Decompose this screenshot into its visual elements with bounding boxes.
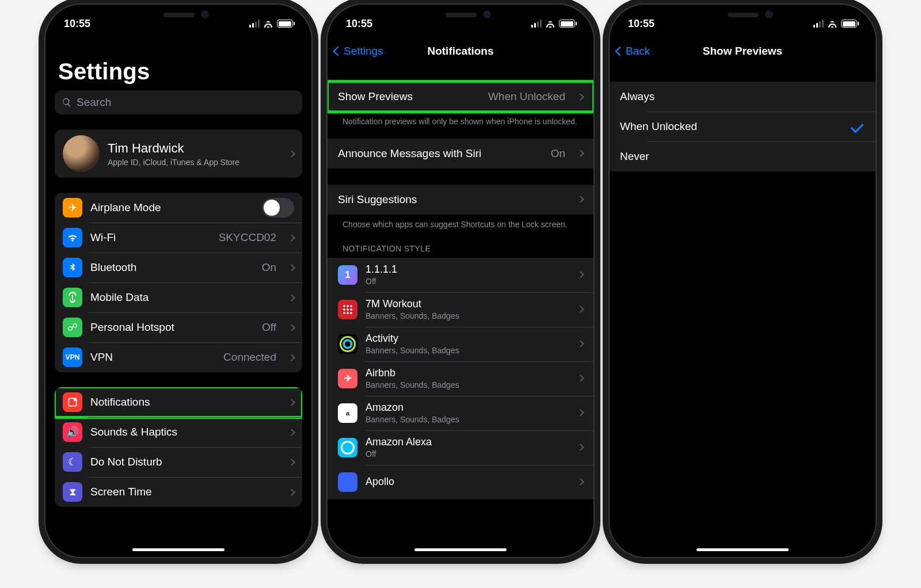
settings-row-wifi[interactable]: Wi-FiSKYCCD02 <box>55 223 302 253</box>
chevron-right-icon <box>577 150 584 158</box>
settings-row-notif[interactable]: Notifications <box>55 387 302 417</box>
chevron-right-icon <box>288 354 295 361</box>
row-label: Show Previews <box>338 90 480 103</box>
app-row[interactable]: Amazon AlexaOff <box>328 430 593 465</box>
chevron-right-icon <box>577 271 584 278</box>
preview-option[interactable]: When Unlocked <box>610 112 876 142</box>
home-indicator[interactable] <box>414 548 507 551</box>
app-name: 7M Workout <box>366 298 565 310</box>
settings-row-vpn[interactable]: VPNVPNConnected <box>55 342 302 372</box>
hotspot-icon: ☍ <box>63 318 82 337</box>
sound-icon: 🔊 <box>63 422 82 442</box>
svg-point-1 <box>74 398 77 401</box>
wifi-icon <box>545 20 555 28</box>
row-label: Airplane Mode <box>90 201 254 214</box>
app-detail: Banners, Sounds, Badges <box>366 380 565 390</box>
row-label: Notifications <box>90 396 276 408</box>
chevron-right-icon <box>577 375 584 382</box>
nav-bar: Settings Notifications <box>328 37 593 66</box>
wifi-icon <box>63 228 82 247</box>
back-label: Settings <box>344 45 383 58</box>
signal-icon <box>813 20 824 28</box>
previews-note: Notification previews will only be shown… <box>334 112 587 127</box>
row-value: On <box>262 261 276 274</box>
row-label: Bluetooth <box>90 261 254 274</box>
app-detail: Banners, Sounds, Badges <box>366 311 565 320</box>
chevron-left-icon <box>615 47 625 56</box>
airplane-icon: ✈︎ <box>63 198 82 217</box>
app-row[interactable]: ActivityBanners, Sounds, Badges <box>328 327 593 361</box>
home-indicator[interactable] <box>132 548 224 551</box>
settings-row-hotspot[interactable]: ☍Personal HotspotOff <box>55 312 302 342</box>
app-name: Amazon <box>366 402 565 414</box>
app-row[interactable]: 7M WorkoutBanners, Sounds, Badges <box>328 292 593 327</box>
announce-siri-row[interactable]: Announce Messages with Siri On <box>328 139 593 169</box>
app-name: Apollo <box>366 476 565 488</box>
row-label: Announce Messages with Siri <box>338 147 543 160</box>
option-label: When Unlocked <box>620 120 843 133</box>
app-icon-7m <box>338 300 357 319</box>
back-button[interactable]: Back <box>616 37 650 66</box>
nav-bar: Back Show Previews <box>610 37 876 66</box>
app-icon-amazon: a <box>338 403 357 423</box>
settings-row-sound[interactable]: 🔊Sounds & Haptics <box>55 417 302 447</box>
preview-option[interactable]: Never <box>610 142 876 171</box>
show-previews-row[interactable]: Show Previews When Unlocked <box>328 82 593 112</box>
status-time: 10:55 <box>64 18 90 30</box>
app-detail: Banners, Sounds, Badges <box>366 346 565 355</box>
chevron-left-icon <box>333 47 343 56</box>
row-label: Screen Time <box>90 486 276 498</box>
home-indicator[interactable] <box>697 548 789 551</box>
preview-option[interactable]: Always <box>610 82 876 112</box>
phone-notifications: 10:55 Settings Notifications Show Previe… <box>328 5 593 557</box>
row-label: Siri Suggestions <box>338 193 565 206</box>
cell-icon <box>63 288 82 307</box>
settings-row-bt[interactable]: BluetoothOn <box>55 253 302 282</box>
apple-id-row[interactable]: Tim Hardwick Apple ID, iCloud, iTunes & … <box>55 129 302 178</box>
app-row[interactable]: Apollo <box>328 465 593 499</box>
battery-icon <box>841 20 857 28</box>
settings-row-screen[interactable]: ⧗Screen Time <box>55 477 302 507</box>
option-label: Never <box>620 150 865 163</box>
avatar <box>63 135 100 172</box>
nav-title: Show Previews <box>703 45 782 58</box>
notif-icon <box>63 392 82 412</box>
settings-row-airplane[interactable]: ✈︎Airplane Mode <box>55 193 302 223</box>
notch <box>394 5 527 26</box>
notch <box>676 5 809 26</box>
back-button[interactable]: Settings <box>334 37 383 66</box>
app-row[interactable]: aAmazonBanners, Sounds, Badges <box>328 396 593 430</box>
checkmark-icon <box>851 120 864 133</box>
row-label: Wi-Fi <box>90 231 211 244</box>
siri-suggestions-row[interactable]: Siri Suggestions <box>328 185 593 215</box>
app-name: 1.1.1.1 <box>366 264 565 276</box>
battery-icon <box>277 20 293 28</box>
chevron-right-icon <box>288 429 295 436</box>
app-icon-activity <box>338 334 357 354</box>
chevron-right-icon <box>288 234 295 242</box>
chevron-right-icon <box>288 324 295 331</box>
chevron-right-icon <box>577 409 584 417</box>
vpn-icon: VPN <box>63 348 82 367</box>
app-detail: Off <box>366 277 565 286</box>
toggle[interactable] <box>262 198 294 217</box>
dnd-icon: ☾ <box>63 452 82 472</box>
back-label: Back <box>626 45 650 58</box>
app-name: Activity <box>366 333 565 345</box>
row-label: VPN <box>90 351 215 364</box>
app-row[interactable]: 11.1.1.1Off <box>328 258 593 292</box>
chevron-right-icon <box>577 340 584 348</box>
row-label: Mobile Data <box>90 291 276 304</box>
app-detail: Off <box>366 449 565 459</box>
app-icon-alexa <box>338 438 357 457</box>
chevron-right-icon <box>288 294 295 301</box>
settings-row-cell[interactable]: Mobile Data <box>55 282 302 312</box>
signal-icon <box>249 20 260 28</box>
app-row[interactable]: ✈AirbnbBanners, Sounds, Badges <box>328 361 593 396</box>
settings-row-dnd[interactable]: ☾Do Not Disturb <box>55 447 302 477</box>
bt-icon <box>63 258 82 277</box>
search-input[interactable]: Search <box>55 90 302 114</box>
signal-icon <box>531 20 542 28</box>
app-name: Amazon Alexa <box>366 436 565 448</box>
chevron-right-icon <box>288 264 295 272</box>
